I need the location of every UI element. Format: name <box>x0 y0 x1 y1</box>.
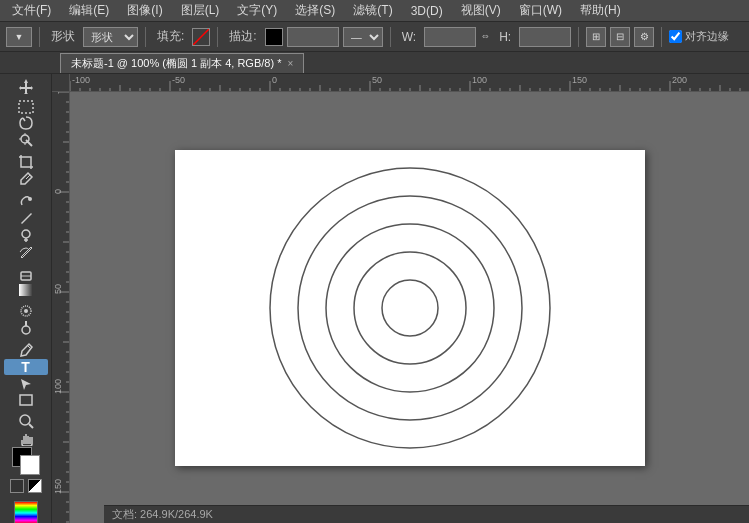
tab-close-btn[interactable]: × <box>287 58 293 69</box>
tool-shape[interactable] <box>4 393 48 407</box>
svg-marker-1 <box>19 79 33 94</box>
svg-line-22 <box>29 424 33 428</box>
document-canvas <box>70 92 749 523</box>
tool-rectangular-marquee[interactable] <box>4 100 48 114</box>
toolbar: ▼ 形状 形状 填充: 描边: 0.59 点 — W: 301 像 ⇔ H: 3… <box>0 22 749 52</box>
width-input[interactable]: 301 像 <box>424 27 476 47</box>
tool-magic-wand[interactable] <box>4 132 48 148</box>
align-edge-checkbox[interactable] <box>669 30 682 43</box>
status-text: 文档: 264.9K/264.9K <box>112 507 213 522</box>
svg-rect-14 <box>19 284 33 296</box>
menu-item-文件f[interactable]: 文件(F) <box>4 0 59 21</box>
svg-rect-20 <box>20 395 32 405</box>
svg-point-16 <box>24 309 28 313</box>
tool-eraser[interactable] <box>4 266 48 282</box>
workspace: T <box>0 74 749 523</box>
tool-dodge[interactable] <box>4 320 48 336</box>
w-label: W: <box>398 30 420 44</box>
ruler-h-canvas <box>52 74 749 91</box>
fill-color-swatch[interactable] <box>192 28 210 46</box>
white-canvas <box>175 150 645 466</box>
stroke-style-select[interactable]: — <box>343 27 383 47</box>
menu-item-图像i[interactable]: 图像(I) <box>119 0 170 21</box>
left-toolbar: T <box>0 74 52 523</box>
tool-clone-stamp[interactable] <box>4 227 48 243</box>
tab-label: 未标题-1 @ 100% (椭圆 1 副本 4, RGB/8) * <box>71 56 281 71</box>
stroke-label: 描边: <box>225 28 260 45</box>
tool-preset-btn[interactable]: ▼ <box>6 27 32 47</box>
align-edge-label[interactable]: 对齐边缘 <box>669 29 729 44</box>
align-btn[interactable]: ⊞ <box>586 27 606 47</box>
menu-item-图层l[interactable]: 图层(L) <box>173 0 228 21</box>
menu-item-帮助h[interactable]: 帮助(H) <box>572 0 629 21</box>
svg-point-17 <box>22 326 30 334</box>
tool-hand[interactable] <box>4 430 48 446</box>
canvas-area: 文档: 264.9K/264.9K <box>52 74 749 523</box>
svg-rect-2 <box>19 101 33 113</box>
tool-history-brush[interactable] <box>4 244 48 260</box>
ruler-v-canvas <box>52 74 69 523</box>
shape-select[interactable]: 形状 <box>83 27 138 47</box>
svg-point-11 <box>22 230 30 238</box>
tool-spot-healing[interactable] <box>4 193 48 209</box>
menu-item-3dd[interactable]: 3D(D) <box>403 2 451 20</box>
document-tab[interactable]: 未标题-1 @ 100% (椭圆 1 副本 4, RGB/8) * × <box>60 53 304 73</box>
link-dimensions-btn[interactable]: ⇔ <box>482 32 489 41</box>
svg-point-24 <box>298 196 522 420</box>
tool-brush[interactable] <box>4 210 48 226</box>
menu-item-视图v[interactable]: 视图(V) <box>453 0 509 21</box>
height-input[interactable]: 301 像 <box>519 27 571 47</box>
tool-crop[interactable] <box>4 154 48 170</box>
stroke-size-input[interactable]: 0.59 点 <box>287 27 339 47</box>
tool-zoom[interactable] <box>4 413 48 429</box>
settings-btn[interactable]: ⚙ <box>634 27 654 47</box>
background-color[interactable] <box>20 455 40 475</box>
tool-text[interactable]: T <box>4 359 48 375</box>
menu-item-文字y[interactable]: 文字(Y) <box>229 0 285 21</box>
default-colors-btn[interactable] <box>10 479 24 493</box>
tool-move[interactable] <box>4 78 48 94</box>
shape-label: 形状 <box>47 28 79 45</box>
tool-blur[interactable] <box>4 303 48 319</box>
svg-point-27 <box>382 280 438 336</box>
quick-mask-btn[interactable] <box>14 501 38 523</box>
status-bar: 文档: 264.9K/264.9K <box>104 505 749 523</box>
fg-bg-colors[interactable] <box>12 447 40 475</box>
svg-line-0 <box>193 29 209 45</box>
tool-gradient[interactable] <box>4 283 48 297</box>
menu-item-窗口w[interactable]: 窗口(W) <box>511 0 570 21</box>
ruler-horizontal <box>52 74 749 92</box>
tool-lasso[interactable] <box>4 115 48 131</box>
menu-bar: 文件(F)编辑(E)图像(I)图层(L)文字(Y)选择(S)滤镜(T)3D(D)… <box>0 0 749 22</box>
h-label: H: <box>495 30 515 44</box>
svg-line-3 <box>23 118 25 121</box>
swap-colors-btn[interactable] <box>28 479 42 493</box>
distribute-btn[interactable]: ⊟ <box>610 27 630 47</box>
ruler-vertical <box>52 74 70 523</box>
tab-bar: 未标题-1 @ 100% (椭圆 1 副本 4, RGB/8) * × <box>0 52 749 74</box>
artwork-svg <box>175 150 645 466</box>
menu-item-滤镜t[interactable]: 滤镜(T) <box>345 0 400 21</box>
tool-path-selection[interactable] <box>4 376 48 392</box>
svg-point-21 <box>20 415 30 425</box>
fill-label: 填充: <box>153 28 188 45</box>
menu-item-选择s[interactable]: 选择(S) <box>287 0 343 21</box>
svg-line-9 <box>26 175 30 179</box>
menu-item-编辑e[interactable]: 编辑(E) <box>61 0 117 21</box>
tool-pen[interactable] <box>4 342 48 358</box>
tool-eyedropper[interactable] <box>4 171 48 187</box>
stroke-color-swatch[interactable] <box>265 28 283 46</box>
svg-point-5 <box>21 135 29 143</box>
ruler-corner <box>52 74 70 92</box>
svg-point-26 <box>354 252 466 364</box>
svg-point-10 <box>28 197 32 201</box>
color-swatches <box>10 447 42 523</box>
svg-point-25 <box>326 224 494 392</box>
svg-point-23 <box>270 168 550 448</box>
